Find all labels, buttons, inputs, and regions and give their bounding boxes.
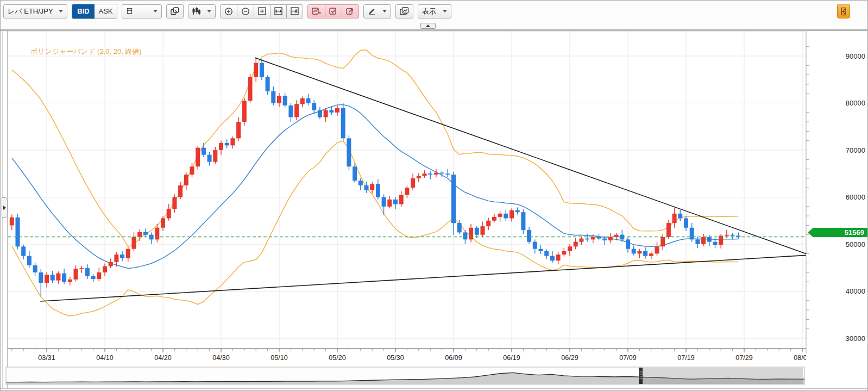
navigator-area [6, 373, 804, 384]
candle-body [132, 237, 136, 249]
fit-chart-button[interactable] [254, 4, 271, 18]
candle-body [248, 77, 253, 101]
candle-body [707, 237, 712, 242]
arrow-right-icon [3, 206, 6, 210]
candle-body [655, 246, 659, 253]
candle-body [62, 274, 66, 282]
candle-body [364, 185, 369, 190]
crosshair-icon [841, 7, 846, 16]
chart-top-strip [1, 23, 868, 29]
candle-body [39, 272, 43, 283]
chart-layers-icon [400, 7, 409, 15]
chevron-down-icon [153, 10, 158, 13]
ask-button[interactable]: ASK [95, 4, 117, 18]
candle-body [498, 214, 502, 217]
x-axis-label: 04/10 [96, 354, 113, 362]
candle-body [736, 235, 740, 237]
chart-order-move-button[interactable] [342, 4, 359, 18]
draw-tool-dropdown[interactable] [363, 4, 391, 18]
compare-chart-button[interactable] [166, 4, 184, 18]
x-axis-label: 07/09 [619, 354, 636, 362]
handle-grip-dot [640, 376, 641, 377]
sidebar-expand-tab[interactable] [2, 197, 8, 218]
zoom-controls [220, 4, 303, 18]
candle-body [306, 98, 311, 103]
bid-button[interactable]: BID [72, 4, 95, 18]
collapse-panel-button[interactable] [420, 23, 436, 29]
candle-body [114, 255, 118, 262]
candle-body [649, 253, 653, 256]
candle-body [184, 175, 188, 185]
symbol-select[interactable]: レバ ETH/JPY [3, 4, 67, 18]
candle-body [533, 242, 537, 249]
candle-body [684, 218, 688, 227]
candle-body [445, 173, 450, 175]
candle-body [370, 184, 374, 190]
candlestick-chart-icon [192, 7, 200, 15]
candle-body [97, 272, 101, 279]
candle-body [358, 181, 363, 185]
y-axis-labels: 90000800007000060000500004000030000 [846, 52, 865, 343]
candle-body [574, 242, 578, 247]
current-price-tag: 51569 [808, 228, 868, 237]
candle-body [661, 237, 665, 246]
candle-body [312, 103, 316, 110]
candle-body [260, 63, 264, 77]
navigator-selected-region[interactable] [643, 368, 803, 384]
navigator[interactable] [6, 367, 804, 384]
horizontal-divider [1, 29, 868, 31]
y-axis-label: 70000 [846, 146, 865, 154]
candle-body [463, 232, 467, 239]
chart-order-check-button[interactable] [325, 4, 342, 18]
candle-body [353, 166, 357, 181]
fit-box-icon [258, 7, 266, 15]
window-bottom-border [1, 388, 868, 389]
candle-body [440, 173, 444, 174]
navigator-track[interactable] [6, 367, 804, 384]
trendline-descending-resistance[interactable] [255, 58, 810, 255]
trendline-ascending-support[interactable] [40, 255, 810, 301]
candle-body [126, 249, 130, 258]
candle-body [178, 185, 183, 197]
navigator-handle[interactable] [639, 368, 643, 384]
candle-body [492, 217, 496, 221]
handle-grip-dot [641, 378, 643, 379]
x-axis-label: 04/20 [154, 354, 171, 362]
zoom-in-button[interactable] [220, 4, 237, 18]
candle-body [167, 209, 171, 218]
handle-grip-dot [640, 374, 641, 375]
x-axis-label: 07/29 [735, 354, 752, 362]
candle-body [254, 63, 258, 77]
candle-body [300, 98, 305, 104]
chevron-down-icon [207, 10, 211, 13]
candle-body [137, 232, 142, 238]
crosshair-mode-button[interactable] [837, 4, 850, 18]
expand-horizontal-button[interactable] [270, 4, 287, 18]
indicator-button[interactable] [395, 4, 413, 18]
chart-type-dropdown[interactable] [188, 4, 216, 18]
candle-body [695, 239, 700, 244]
candle-body [527, 230, 531, 242]
candle-body [230, 138, 235, 145]
zoom-out-button[interactable] [237, 4, 254, 18]
candle-body [155, 228, 159, 240]
candle-body [33, 265, 37, 272]
candle-body [591, 237, 595, 239]
candle-body [266, 77, 270, 91]
candle-body [457, 223, 462, 232]
zoom-out-icon [241, 7, 250, 16]
plot-frame [8, 31, 806, 353]
period-select[interactable]: 日 [122, 4, 162, 18]
candle-body [411, 178, 415, 188]
candle-body [731, 235, 735, 236]
chevron-down-icon [59, 10, 63, 13]
candle-body [376, 184, 380, 197]
chart-order-add-button[interactable] [307, 4, 325, 18]
trendlines [40, 58, 810, 301]
display-dropdown[interactable]: 表示 [418, 4, 451, 18]
scroll-to-latest-button[interactable] [286, 4, 303, 18]
toolbar: レバ ETH/JPY BID ASK 日 [1, 1, 868, 22]
main-chart-canvas[interactable]: 03/3104/1004/2004/3005/1005/2005/3006/09… [1, 1, 868, 391]
candle-body [510, 210, 514, 219]
candle-body [109, 262, 113, 266]
